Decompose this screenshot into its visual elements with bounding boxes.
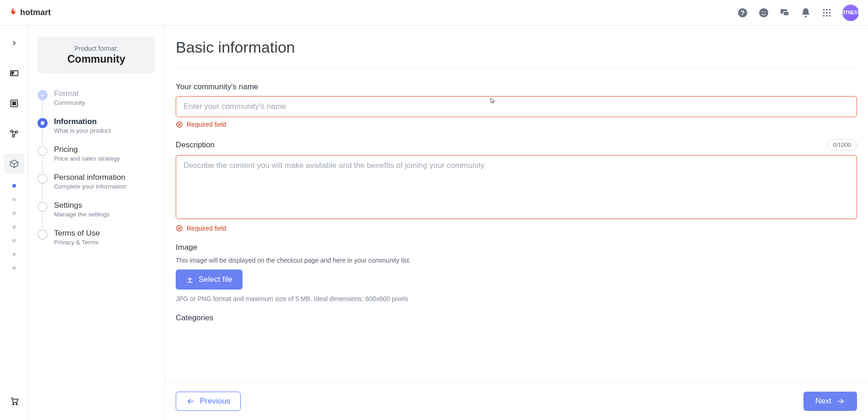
steps-sidebar: Product format: Community Format Communi… — [28, 26, 165, 420]
previous-button[interactable]: Previous — [176, 392, 241, 411]
step-pricing[interactable]: Pricing Price and sales strategy — [38, 142, 155, 170]
previous-label: Previous — [200, 397, 230, 406]
svg-rect-19 — [11, 74, 13, 75]
svg-point-11 — [823, 12, 825, 14]
step-format[interactable]: Format Community — [38, 86, 155, 114]
step-personal[interactable]: Personal information Complete your infor… — [38, 170, 155, 198]
svg-point-7 — [805, 16, 807, 17]
svg-point-3 — [762, 11, 763, 12]
step-list: Format Community Information What is you… — [38, 86, 155, 254]
svg-point-24 — [12, 103, 13, 104]
rail-dot[interactable] — [12, 266, 16, 270]
svg-point-21 — [12, 102, 13, 102]
step-sub: Community — [54, 99, 85, 106]
svg-point-30 — [11, 130, 13, 132]
product-format-value: Community — [42, 53, 151, 65]
svg-point-28 — [14, 104, 15, 105]
image-field: Image This image will be displayed on th… — [176, 243, 857, 302]
arrow-right-icon — [836, 397, 845, 406]
svg-point-13 — [829, 12, 831, 14]
chat-icon[interactable] — [779, 7, 790, 18]
file-hint: JPG or PNG format and maximum size of 5 … — [176, 295, 857, 302]
next-button[interactable]: Next — [803, 392, 857, 411]
svg-point-27 — [12, 104, 13, 105]
avatar-text: FITNESS — [841, 11, 860, 15]
description-error: Required field — [176, 225, 857, 232]
avatar[interactable]: FITNESS — [842, 5, 859, 21]
top-header: hotmart ? FITNESS — [0, 0, 868, 26]
step-title: Terms of Use — [54, 229, 100, 238]
step-marker-completed — [38, 90, 48, 100]
svg-point-29 — [15, 104, 16, 105]
step-title: Settings — [54, 201, 110, 210]
name-error: Required field — [176, 121, 857, 128]
rail-dot[interactable] — [12, 225, 16, 229]
apps-icon[interactable] — [821, 7, 832, 18]
header-icons: ? FITNESS — [737, 5, 859, 21]
arrow-left-icon — [186, 397, 195, 406]
step-sub: Manage the settings — [54, 211, 110, 218]
step-information[interactable]: Information What is your product — [38, 114, 155, 142]
page-title: Basic information — [176, 38, 857, 56]
select-file-label: Select file — [199, 275, 232, 284]
footer-nav: Previous Next — [165, 382, 868, 420]
svg-point-34 — [16, 404, 17, 405]
svg-point-10 — [829, 9, 831, 11]
divider — [176, 68, 857, 69]
upload-icon — [186, 275, 194, 284]
svg-point-16 — [829, 15, 831, 16]
step-title: Format — [54, 89, 85, 98]
rail-card-icon[interactable] — [4, 63, 24, 83]
step-terms[interactable]: Terms of Use Privacy & Terms — [38, 226, 155, 254]
description-error-text: Required field — [187, 225, 226, 232]
select-file-button[interactable]: Select file — [176, 269, 243, 290]
name-input[interactable] — [176, 96, 857, 117]
rail-dot-active[interactable] — [12, 184, 16, 188]
svg-point-12 — [826, 12, 828, 14]
step-sub: Privacy & Terms — [54, 239, 100, 246]
svg-point-2 — [759, 8, 768, 17]
main-content: Basic information Your community's name … — [165, 26, 868, 420]
rail-cart-icon[interactable] — [4, 391, 24, 411]
step-settings[interactable]: Settings Manage the settings — [38, 198, 155, 226]
rail-network-icon[interactable] — [4, 124, 24, 144]
description-label: Description — [176, 140, 215, 150]
product-format-label: Product format: — [42, 45, 151, 52]
svg-point-15 — [826, 15, 828, 16]
rail-dot[interactable] — [12, 239, 16, 242]
step-sub: Price and sales strategy — [54, 155, 120, 162]
image-label: Image — [176, 243, 857, 252]
char-counter: 0/1000 — [827, 139, 857, 151]
description-textarea[interactable] — [176, 155, 857, 219]
rail-dot[interactable] — [12, 211, 16, 215]
svg-rect-6 — [783, 11, 789, 16]
name-error-text: Required field — [187, 121, 226, 128]
step-marker — [38, 230, 48, 240]
brand-logo[interactable]: hotmart — [9, 6, 51, 19]
help-icon[interactable]: ? — [737, 7, 748, 18]
svg-point-22 — [14, 102, 15, 102]
svg-point-9 — [826, 9, 828, 11]
svg-point-25 — [14, 103, 15, 104]
rail-dot[interactable] — [12, 198, 16, 201]
rail-dot[interactable] — [12, 253, 16, 256]
step-title: Information — [54, 117, 111, 126]
rail-box-icon[interactable] — [4, 154, 24, 174]
step-marker — [38, 146, 48, 156]
svg-point-23 — [15, 102, 16, 102]
step-sub: Complete your information — [54, 183, 126, 190]
error-icon — [176, 225, 183, 232]
name-label: Your community's name — [176, 82, 857, 92]
svg-point-4 — [765, 11, 766, 12]
flame-icon — [9, 6, 17, 19]
step-title: Personal information — [54, 173, 126, 182]
rail-grid-icon[interactable] — [4, 93, 24, 113]
feedback-icon[interactable] — [758, 7, 769, 18]
step-marker — [38, 174, 48, 184]
brand-text: hotmart — [20, 8, 51, 17]
bell-icon[interactable] — [800, 7, 811, 18]
categories-label: Categories — [176, 313, 857, 323]
rail-expand[interactable] — [4, 33, 24, 53]
step-sub: What is your product — [54, 127, 111, 134]
svg-point-33 — [12, 404, 14, 405]
